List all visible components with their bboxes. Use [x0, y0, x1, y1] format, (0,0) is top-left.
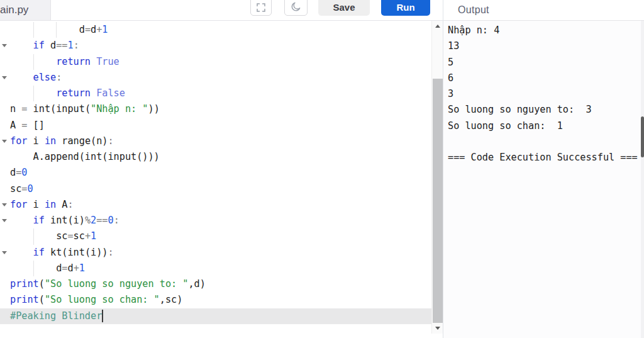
fold-arrow-icon[interactable] [2, 140, 7, 143]
code-line[interactable]: else: [0, 70, 431, 86]
output-line: === Code Execution Successful === [443, 150, 641, 166]
code-text: if kt(int(i)): [10, 247, 114, 258]
code-text: d=0 [10, 167, 27, 178]
code-text: print("So luong so chan: ",sc) [10, 294, 182, 305]
code-text: return True [10, 56, 119, 67]
code-line[interactable]: for i in range(n): [0, 133, 431, 149]
code-line[interactable]: sc=sc+1 [0, 228, 431, 244]
code-line[interactable]: A = [] [0, 118, 431, 133]
fold-arrow-icon[interactable] [2, 76, 7, 79]
code-line[interactable]: return False [0, 86, 431, 101]
scroll-down-button[interactable] [432, 323, 443, 334]
indent-guide [33, 22, 34, 38]
tab-main-py[interactable]: ain.py [0, 0, 28, 20]
code-text: return False [10, 87, 125, 99]
code-text: if d==1: [10, 40, 79, 51]
fold-arrow-icon[interactable] [2, 44, 7, 47]
save-button[interactable]: Save [318, 0, 370, 16]
code-line[interactable]: if d==1: [0, 38, 431, 54]
code-line[interactable]: print("So luong so nguyen to: ",d) [0, 276, 431, 292]
code-line[interactable]: if kt(int(i)): [0, 245, 431, 261]
code-line[interactable]: #Peaking Blinder [0, 308, 431, 324]
code-line[interactable]: sc=0 [0, 181, 431, 197]
code-editor[interactable]: d=d+1 if d==1: return True else: return … [0, 21, 431, 338]
fold-arrow-icon[interactable] [2, 251, 7, 254]
moon-icon [291, 1, 301, 12]
code-text: for i in A: [10, 199, 74, 210]
code-text: A.append(int(input())) [10, 151, 160, 162]
code-text: for i in range(n): [10, 135, 114, 147]
code-text: #Peaking Blinder [10, 310, 102, 322]
code-text: d=d+1 [10, 24, 108, 35]
output-line [443, 134, 641, 150]
code-text: d=d+1 [10, 262, 85, 274]
output-line: So luong so nguyen to: 3 [443, 102, 641, 118]
output-line: So luong so chan: 1 [443, 118, 641, 134]
editor-scrollbar[interactable] [431, 21, 443, 334]
code-area: d=d+1 if d==1: return True else: return … [0, 22, 431, 324]
output-line: 3 [443, 86, 641, 102]
output-panel[interactable]: Nhập n: 413563So luong so nguyen to: 3So… [443, 21, 641, 338]
code-line[interactable]: A.append(int(input())) [0, 149, 431, 165]
output-line: 5 [443, 55, 641, 70]
code-line[interactable]: n = int(input("Nhập n: ")) [0, 101, 431, 117]
code-line[interactable]: for i in A: [0, 197, 431, 213]
code-text: print("So luong so nguyen to: ",d) [10, 278, 206, 290]
output-scrollbar-thumb[interactable] [641, 116, 644, 157]
output-area: Nhập n: 413563So luong so nguyen to: 3So… [443, 23, 641, 166]
arrow-down-icon [435, 327, 440, 330]
code-line[interactable]: d=d+1 [0, 22, 431, 38]
code-line[interactable]: if int(i)%2==0: [0, 213, 431, 228]
code-text: A = [] [10, 120, 45, 131]
code-line[interactable]: d=d+1 [0, 261, 431, 276]
header-bar: ain.py Save Run Output [0, 0, 644, 21]
code-line[interactable]: return True [0, 54, 431, 70]
output-panel-title: Output [458, 0, 489, 20]
code-text: sc=0 [10, 183, 33, 194]
indent-guide [33, 86, 34, 101]
code-text: if int(i)%2==0: [10, 215, 119, 226]
text-cursor [102, 310, 103, 322]
run-button[interactable]: Run [381, 0, 430, 16]
editor-scrollbar-thumb[interactable] [433, 79, 443, 323]
output-line: Nhập n: 4 [443, 23, 641, 38]
app: ain.py Save Run Output d=d+1 if d==1: re… [0, 0, 644, 338]
scroll-up-button[interactable] [432, 21, 443, 31]
output-scrollbar[interactable] [641, 21, 644, 338]
fullscreen-button[interactable] [250, 0, 272, 16]
indent-guide [33, 228, 34, 244]
code-text: else: [10, 72, 62, 83]
fold-arrow-icon[interactable] [2, 203, 7, 206]
code-text: n = int(input("Nhập n: ")) [10, 103, 160, 115]
indent-guide [33, 54, 34, 70]
output-line: 13 [443, 38, 641, 54]
fullscreen-icon [257, 3, 265, 12]
code-line[interactable]: print("So luong so chan: ",sc) [0, 292, 431, 308]
code-line[interactable]: d=0 [0, 165, 431, 181]
fold-arrow-icon[interactable] [2, 219, 7, 222]
arrow-up-icon [435, 25, 440, 28]
code-text: sc=sc+1 [10, 230, 96, 242]
theme-toggle-button[interactable] [284, 0, 308, 16]
indent-guide [56, 22, 57, 38]
output-line: 6 [443, 70, 641, 86]
tab-bar: ain.py [0, 0, 51, 20]
indent-guide [33, 261, 34, 276]
